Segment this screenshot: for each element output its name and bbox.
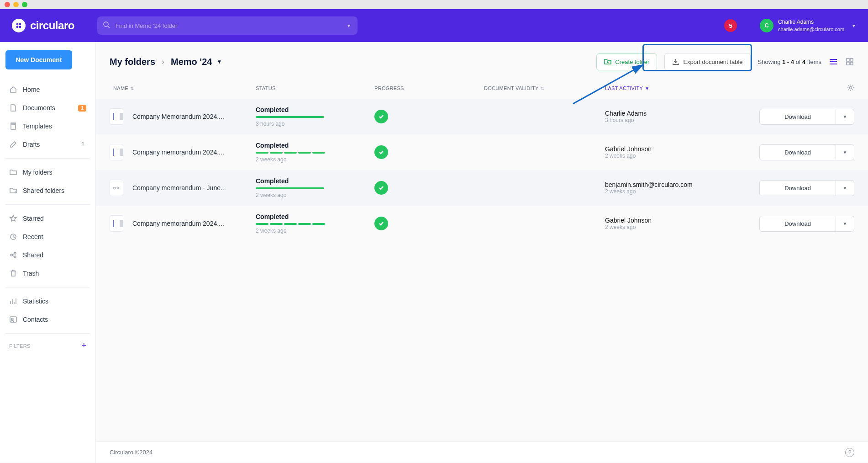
activity-time: 2 weeks ago [605, 224, 737, 230]
sidebar-item-recent[interactable]: Recent [5, 228, 90, 246]
nav-label: Starred [23, 215, 86, 222]
search-scope-dropdown[interactable]: ▼ [347, 23, 351, 28]
svg-rect-21 [850, 62, 853, 65]
sidebar-item-shared-folders[interactable]: Shared folders [5, 181, 90, 200]
nav-label: My folders [23, 169, 86, 176]
svg-rect-19 [850, 59, 853, 61]
nav-label: Home [23, 86, 86, 93]
download-dropdown[interactable]: ▼ [836, 216, 854, 232]
activity-cell: Gabriel Johnson2 weeks ago [605, 145, 737, 159]
sidebar-item-statistics[interactable]: Statistics [5, 292, 90, 310]
folder-plus-icon [604, 59, 611, 65]
add-filter-button[interactable]: + [81, 341, 86, 351]
actor-name: benjamin.smith@circularo.com [605, 181, 737, 188]
user-menu[interactable]: C Charlie Adams charlie.adams@circularo.… [760, 19, 856, 32]
template-icon [9, 122, 17, 130]
chevron-down-icon: ▼ [852, 23, 856, 28]
stats-icon [9, 297, 17, 305]
status-time: 2 weeks ago [256, 228, 374, 234]
col-progress[interactable]: PROGRESS [374, 85, 484, 91]
top-bar: circularo ▼ 5 C Charlie Adams charlie.ad… [0, 9, 868, 42]
sidebar-item-templates[interactable]: Templates [5, 117, 90, 135]
minimize-window[interactable] [13, 2, 19, 7]
download-dropdown[interactable]: ▼ [836, 109, 854, 125]
progress-cell [374, 217, 484, 230]
doc-name: Company memorandum 2024.... [132, 149, 256, 156]
copyright: Circularo ©2024 [110, 449, 153, 456]
svg-rect-7 [12, 124, 15, 125]
table-settings-icon[interactable] [847, 84, 854, 92]
grid-view-icon[interactable] [845, 58, 854, 66]
sidebar-item-my-folders[interactable]: My folders [5, 163, 90, 181]
new-document-button[interactable]: New Document [5, 50, 72, 69]
status-cell: Completed2 weeks ago [256, 142, 374, 163]
doc-name: Company memorandum 2024.... [132, 220, 256, 227]
progress-bar [256, 116, 374, 118]
search-input[interactable] [116, 22, 298, 29]
sidebar-item-contacts[interactable]: Contacts [5, 310, 90, 329]
table-row[interactable]: PDFCompany memorandum - June...Completed… [96, 170, 868, 206]
table-row[interactable]: Company Memorandum 2024....Completed3 ho… [96, 99, 868, 134]
svg-rect-20 [847, 62, 849, 65]
maximize-window[interactable] [22, 2, 27, 7]
logo-text: circularo [30, 19, 74, 32]
breadcrumb-current[interactable]: Memo '24 [171, 57, 212, 67]
progress-cell [374, 181, 484, 195]
svg-point-8 [15, 192, 16, 193]
user-name: Charlie Adams [778, 19, 844, 26]
status-cell: Completed3 hours ago [256, 106, 374, 127]
table-row[interactable]: Company memorandum 2024....Completed2 we… [96, 206, 868, 241]
nav-label: Contacts [23, 316, 86, 323]
breadcrumb-root[interactable]: My folders [110, 57, 155, 67]
sidebar-item-drafts[interactable]: Drafts 1 [5, 135, 90, 154]
sidebar-item-home[interactable]: Home [5, 80, 90, 99]
search-icon [103, 21, 110, 30]
documents-count-badge: 1 [78, 105, 86, 112]
status-cell: Completed2 weeks ago [256, 213, 374, 234]
sidebar-item-starred[interactable]: Starred [5, 209, 90, 228]
search-box[interactable]: ▼ [97, 16, 358, 35]
pencil-icon [9, 140, 17, 149]
user-email: charlie.adams@circularo.com [778, 26, 844, 32]
nav-label: Shared folders [23, 187, 86, 194]
download-button[interactable]: Download [759, 109, 836, 125]
col-name[interactable]: NAME⇅ [110, 85, 256, 91]
showing-text: Showing 1 - 4 of 4 items [758, 59, 821, 65]
col-activity[interactable]: LAST ACTIVITY▼ [605, 85, 737, 91]
download-button[interactable]: Download [759, 216, 836, 232]
notification-badge[interactable]: 5 [724, 19, 737, 32]
sidebar: New Document Home Documents 1 Templates … [0, 42, 96, 463]
col-validity[interactable]: DOCUMENT VALIDITY⇅ [484, 85, 605, 91]
create-folder-button[interactable]: Create folder [596, 53, 657, 70]
activity-cell: benjamin.smith@circularo.com2 weeks ago [605, 181, 737, 195]
progress-cell [374, 110, 484, 123]
status-label: Completed [256, 106, 374, 113]
folder-dropdown[interactable]: ▼ [216, 59, 222, 65]
export-table-button[interactable]: Export document table [664, 53, 750, 70]
check-icon [374, 217, 388, 230]
logo[interactable]: circularo [12, 19, 74, 32]
nav-label: Statistics [23, 298, 86, 305]
download-dropdown[interactable]: ▼ [836, 144, 854, 160]
sidebar-item-shared[interactable]: Shared [5, 246, 90, 264]
list-view-icon[interactable] [829, 58, 838, 66]
activity-time: 2 weeks ago [605, 153, 737, 159]
svg-point-1 [19, 23, 21, 26]
help-icon[interactable]: ? [845, 448, 854, 457]
col-status[interactable]: STATUS [256, 85, 374, 91]
sidebar-item-trash[interactable]: Trash [5, 264, 90, 282]
svg-point-11 [14, 252, 16, 254]
download-button[interactable]: Download [759, 180, 836, 196]
drafts-count: 1 [81, 141, 86, 148]
activity-time: 2 weeks ago [605, 188, 737, 195]
download-dropdown[interactable]: ▼ [836, 180, 854, 196]
progress-bar [256, 223, 374, 225]
close-window[interactable] [5, 2, 10, 7]
folder-icon [9, 168, 17, 176]
sidebar-item-documents[interactable]: Documents 1 [5, 99, 90, 117]
svg-line-5 [108, 26, 110, 28]
download-button[interactable]: Download [759, 144, 836, 160]
table-row[interactable]: Company memorandum 2024....Completed2 we… [96, 134, 868, 170]
svg-point-3 [19, 26, 21, 28]
svg-point-0 [16, 23, 19, 26]
